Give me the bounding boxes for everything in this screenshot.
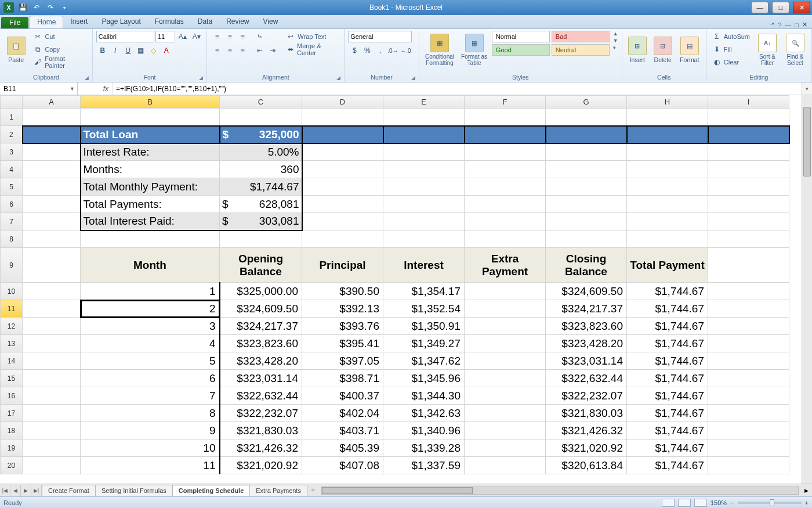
expand-formula-bar-icon[interactable]: ▾ (802, 82, 812, 95)
cell[interactable]: 4 (81, 335, 220, 352)
row-header-7[interactable]: 7 (1, 213, 23, 230)
font-launcher-icon[interactable]: ◢ (199, 75, 203, 81)
maximize-button[interactable]: □ (772, 2, 789, 13)
clear-button[interactable]: ◐Clear (710, 56, 752, 68)
col-header-G[interactable]: G (546, 96, 627, 109)
grow-font-icon[interactable]: A▴ (176, 31, 189, 42)
cell[interactable] (546, 109, 627, 126)
align-center-icon[interactable]: ≡ (223, 45, 236, 56)
cell[interactable]: $402.04 (302, 405, 383, 422)
styles-more-icon[interactable]: ▾ (613, 45, 618, 51)
vscroll-thumb[interactable] (803, 107, 811, 176)
cell[interactable] (465, 370, 546, 387)
cell[interactable] (465, 230, 546, 248)
cell[interactable] (81, 109, 220, 126)
cell[interactable]: $1,337.59 (383, 457, 465, 474)
paste-button[interactable]: 📋 Paste (3, 31, 28, 69)
hscroll-right-icon[interactable]: ▶ (801, 488, 812, 493)
zoom-thumb[interactable] (770, 499, 774, 506)
cell[interactable] (546, 178, 627, 196)
cell[interactable]: $323,031.14 (220, 370, 302, 387)
style-neutral[interactable]: Neutral (552, 44, 610, 56)
cell[interactable] (465, 387, 546, 405)
comma-format-icon[interactable]: , (374, 45, 386, 56)
cell[interactable] (465, 283, 546, 300)
cell[interactable] (23, 126, 81, 143)
cell[interactable] (708, 248, 789, 283)
save-icon[interactable]: 💾 (16, 2, 29, 13)
excel-icon[interactable]: X (2, 2, 15, 13)
clipboard-launcher-icon[interactable]: ◢ (85, 75, 89, 81)
cell[interactable]: $407.08 (302, 457, 383, 474)
cell[interactable]: $1,744.67 (627, 335, 708, 352)
cell[interactable]: $321,020.92 (220, 457, 302, 474)
row-header-10[interactable]: 10 (1, 283, 23, 300)
tab-nav-first-icon[interactable]: |◀ (0, 485, 10, 496)
cell[interactable] (708, 405, 789, 422)
cell[interactable] (383, 143, 465, 161)
cell[interactable] (23, 161, 81, 178)
cell[interactable]: $1,347.62 (383, 352, 465, 370)
cell[interactable] (708, 161, 789, 178)
cell[interactable] (383, 126, 465, 143)
cell[interactable] (23, 457, 81, 474)
col-header-C[interactable]: C (220, 96, 302, 109)
cell[interactable] (23, 439, 81, 457)
bold-button[interactable]: B (96, 45, 109, 56)
cell[interactable] (383, 178, 465, 196)
cell[interactable] (465, 335, 546, 352)
cell[interactable] (23, 422, 81, 439)
window-close-icon[interactable]: ✕ (802, 21, 807, 28)
cell[interactable]: $395.41 (302, 335, 383, 352)
row-header-16[interactable]: 16 (1, 387, 23, 405)
wrap-text-button[interactable]: ↩Wrap Text (284, 31, 340, 42)
cell[interactable]: $1,352.54 (383, 300, 465, 318)
shrink-font-icon[interactable]: A▾ (190, 31, 203, 42)
cell[interactable] (708, 387, 789, 405)
cell[interactable]: $1,744.67 (627, 370, 708, 387)
cell[interactable] (23, 196, 81, 213)
cell[interactable] (627, 161, 708, 178)
cell[interactable] (546, 213, 627, 230)
cell[interactable] (23, 109, 81, 126)
cell[interactable]: $1,344.30 (383, 387, 465, 405)
hscroll-thumb[interactable] (322, 487, 473, 494)
cell[interactable]: $321,426.32 (546, 422, 627, 439)
fx-icon[interactable]: fx (78, 82, 113, 95)
cell[interactable]: 5 (81, 352, 220, 370)
format-as-table-button[interactable]: ▦Format as Table (459, 31, 490, 69)
align-bottom-icon[interactable]: ≡ (236, 31, 249, 42)
cell[interactable] (302, 143, 383, 161)
cell[interactable] (465, 439, 546, 457)
row-header-12[interactable]: 12 (1, 318, 23, 335)
tab-nav-prev-icon[interactable]: ◀ (10, 485, 21, 496)
cell[interactable] (23, 352, 81, 370)
cell[interactable]: $321,830.03 (220, 422, 302, 439)
cell[interactable] (383, 213, 465, 230)
percent-format-icon[interactable]: % (361, 45, 374, 56)
row-header-1[interactable]: 1 (1, 109, 23, 126)
number-format-select[interactable] (348, 31, 412, 42)
sheet-tab[interactable]: Setting Initial Formulas (95, 485, 173, 496)
cell[interactable] (708, 335, 789, 352)
cell[interactable] (220, 109, 302, 126)
view-page-layout-icon[interactable] (678, 499, 691, 507)
cell[interactable] (708, 178, 789, 196)
cell[interactable] (708, 300, 789, 318)
cell[interactable] (546, 230, 627, 248)
font-color-button[interactable]: A (160, 45, 173, 56)
ribbon-tab-formulas[interactable]: Formulas (148, 16, 191, 28)
cell[interactable]: 1 (81, 283, 220, 300)
cell[interactable] (627, 109, 708, 126)
row-header-13[interactable]: 13 (1, 335, 23, 352)
cell[interactable] (23, 370, 81, 387)
zoom-slider[interactable] (738, 502, 802, 504)
zoom-in-icon[interactable]: + (805, 499, 809, 506)
cell[interactable] (383, 109, 465, 126)
cell[interactable]: $390.50 (302, 283, 383, 300)
cell[interactable] (708, 283, 789, 300)
cell[interactable] (465, 143, 546, 161)
cell[interactable]: 8 (81, 405, 220, 422)
worksheet-grid[interactable]: ABCDEFGHI12Total Loan$325,0003Interest R… (0, 95, 812, 484)
sort-filter-button[interactable]: A↓Sort & Filter (755, 31, 780, 69)
